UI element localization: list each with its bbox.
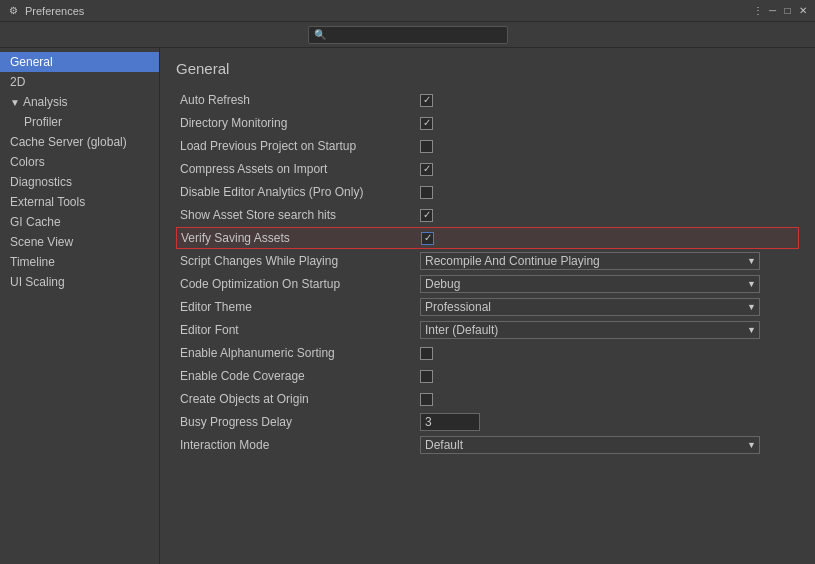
settings-label-code-coverage: Enable Code Coverage xyxy=(180,369,420,383)
sidebar-item-label: GI Cache xyxy=(10,215,61,229)
settings-value-code-coverage xyxy=(420,370,795,383)
close-button[interactable]: ✕ xyxy=(796,4,809,17)
chevron-icon: ▼ xyxy=(10,97,20,108)
sidebar-item-label: Timeline xyxy=(10,255,55,269)
settings-row-create-objects-origin: Create Objects at Origin xyxy=(176,388,799,410)
checkbox-auto-refresh[interactable] xyxy=(420,94,433,107)
settings-row-alphanumeric-sorting: Enable Alphanumeric Sorting xyxy=(176,342,799,364)
settings-value-code-optimization: DebugRelease▼ xyxy=(420,275,795,293)
settings-row-code-optimization: Code Optimization On StartupDebugRelease… xyxy=(176,273,799,295)
sidebar-item-label: External Tools xyxy=(10,195,85,209)
sidebar-item-external-tools[interactable]: External Tools xyxy=(0,192,159,212)
settings-label-code-optimization: Code Optimization On Startup xyxy=(180,277,420,291)
toolbar: 🔍 xyxy=(0,22,815,48)
checkbox-alphanumeric-sorting[interactable] xyxy=(420,347,433,360)
settings-value-load-previous-project xyxy=(420,140,795,153)
settings-value-script-changes: Recompile And Continue PlayingRecompile … xyxy=(420,252,795,270)
sidebar-item-label: Cache Server (global) xyxy=(10,135,127,149)
sidebar-item-scene-view[interactable]: Scene View xyxy=(0,232,159,252)
sidebar-item-label: 2D xyxy=(10,75,25,89)
sidebar-item-label: General xyxy=(10,55,53,69)
main-content: General2D▼ AnalysisProfilerCache Server … xyxy=(0,48,815,564)
settings-row-compress-assets: Compress Assets on Import xyxy=(176,158,799,180)
settings-row-editor-font: Editor FontInter (Default)▼ xyxy=(176,319,799,341)
checkbox-verify-saving[interactable] xyxy=(421,232,434,245)
settings-value-show-asset-store xyxy=(420,209,795,222)
checkbox-disable-analytics[interactable] xyxy=(420,186,433,199)
sidebar-item-2d[interactable]: 2D xyxy=(0,72,159,92)
checkbox-show-asset-store[interactable] xyxy=(420,209,433,222)
sidebar-item-gi-cache[interactable]: GI Cache xyxy=(0,212,159,232)
sidebar-item-cache-server[interactable]: Cache Server (global) xyxy=(0,132,159,152)
settings-label-create-objects-origin: Create Objects at Origin xyxy=(180,392,420,406)
settings-label-interaction-mode: Interaction Mode xyxy=(180,438,420,452)
settings-row-directory-monitoring: Directory Monitoring xyxy=(176,112,799,134)
dropdown-wrapper-script-changes: Recompile And Continue PlayingRecompile … xyxy=(420,252,760,270)
settings-row-editor-theme: Editor ThemeProfessionalPersonal▼ xyxy=(176,296,799,318)
content-area: General Auto RefreshDirectory Monitoring… xyxy=(160,48,815,564)
sidebar-item-ui-scaling[interactable]: UI Scaling xyxy=(0,272,159,292)
settings-row-busy-progress-delay: Busy Progress Delay xyxy=(176,411,799,433)
settings-value-auto-refresh xyxy=(420,94,795,107)
settings-value-disable-analytics xyxy=(420,186,795,199)
settings-row-script-changes: Script Changes While PlayingRecompile An… xyxy=(176,250,799,272)
dropdown-interaction-mode[interactable]: DefaultNo Throttling xyxy=(420,436,760,454)
checkbox-create-objects-origin[interactable] xyxy=(420,393,433,406)
search-bar[interactable]: 🔍 xyxy=(308,26,508,44)
settings-row-show-asset-store: Show Asset Store search hits xyxy=(176,204,799,226)
settings-label-disable-analytics: Disable Editor Analytics (Pro Only) xyxy=(180,185,420,199)
settings-label-editor-font: Editor Font xyxy=(180,323,420,337)
dropdown-wrapper-interaction-mode: DefaultNo Throttling▼ xyxy=(420,436,760,454)
settings-label-busy-progress-delay: Busy Progress Delay xyxy=(180,415,420,429)
settings-label-show-asset-store: Show Asset Store search hits xyxy=(180,208,420,222)
settings-label-alphanumeric-sorting: Enable Alphanumeric Sorting xyxy=(180,346,420,360)
settings-value-create-objects-origin xyxy=(420,393,795,406)
settings-row-verify-saving: Verify Saving Assets xyxy=(176,227,799,249)
dropdown-editor-theme[interactable]: ProfessionalPersonal xyxy=(420,298,760,316)
dropdown-code-optimization[interactable]: DebugRelease xyxy=(420,275,760,293)
checkbox-load-previous-project[interactable] xyxy=(420,140,433,153)
maximize-button[interactable]: □ xyxy=(781,4,794,17)
settings-value-compress-assets xyxy=(420,163,795,176)
dropdown-wrapper-editor-theme: ProfessionalPersonal▼ xyxy=(420,298,760,316)
settings-value-interaction-mode: DefaultNo Throttling▼ xyxy=(420,436,795,454)
settings-value-alphanumeric-sorting xyxy=(420,347,795,360)
sidebar-item-analysis[interactable]: ▼ Analysis xyxy=(0,92,159,112)
checkbox-directory-monitoring[interactable] xyxy=(420,117,433,130)
sidebar-item-timeline[interactable]: Timeline xyxy=(0,252,159,272)
settings-row-load-previous-project: Load Previous Project on Startup xyxy=(176,135,799,157)
settings-label-directory-monitoring: Directory Monitoring xyxy=(180,116,420,130)
minimize-button[interactable]: ─ xyxy=(766,4,779,17)
sidebar-item-profiler[interactable]: Profiler xyxy=(0,112,159,132)
settings-label-compress-assets: Compress Assets on Import xyxy=(180,162,420,176)
settings-label-auto-refresh: Auto Refresh xyxy=(180,93,420,107)
dropdown-wrapper-code-optimization: DebugRelease▼ xyxy=(420,275,760,293)
settings-value-busy-progress-delay xyxy=(420,413,795,431)
settings-row-interaction-mode: Interaction ModeDefaultNo Throttling▼ xyxy=(176,434,799,456)
dropdown-script-changes[interactable]: Recompile And Continue PlayingRecompile … xyxy=(420,252,760,270)
search-icon: 🔍 xyxy=(314,29,326,40)
sidebar-item-label: UI Scaling xyxy=(10,275,65,289)
window-controls: ⋮ ─ □ ✕ xyxy=(751,4,809,17)
settings-label-load-previous-project: Load Previous Project on Startup xyxy=(180,139,420,153)
checkbox-compress-assets[interactable] xyxy=(420,163,433,176)
checkbox-code-coverage[interactable] xyxy=(420,370,433,383)
settings-value-directory-monitoring xyxy=(420,117,795,130)
dots-icon[interactable]: ⋮ xyxy=(751,4,764,17)
number-input-busy-progress-delay[interactable] xyxy=(420,413,480,431)
window-title: Preferences xyxy=(25,5,751,17)
settings-label-editor-theme: Editor Theme xyxy=(180,300,420,314)
sidebar-item-colors[interactable]: Colors xyxy=(0,152,159,172)
search-input[interactable] xyxy=(329,29,502,41)
settings-label-script-changes: Script Changes While Playing xyxy=(180,254,420,268)
settings-value-editor-theme: ProfessionalPersonal▼ xyxy=(420,298,795,316)
settings-row-code-coverage: Enable Code Coverage xyxy=(176,365,799,387)
settings-label-verify-saving: Verify Saving Assets xyxy=(181,231,421,245)
dropdown-editor-font[interactable]: Inter (Default) xyxy=(420,321,760,339)
sidebar-item-diagnostics[interactable]: Diagnostics xyxy=(0,172,159,192)
sidebar-item-general[interactable]: General xyxy=(0,52,159,72)
sidebar-item-label: Analysis xyxy=(23,95,68,109)
preferences-window: ⚙ Preferences ⋮ ─ □ ✕ 🔍 General2D▼ Analy… xyxy=(0,0,815,564)
settings-value-verify-saving xyxy=(421,232,794,245)
sidebar-item-label: Scene View xyxy=(10,235,73,249)
